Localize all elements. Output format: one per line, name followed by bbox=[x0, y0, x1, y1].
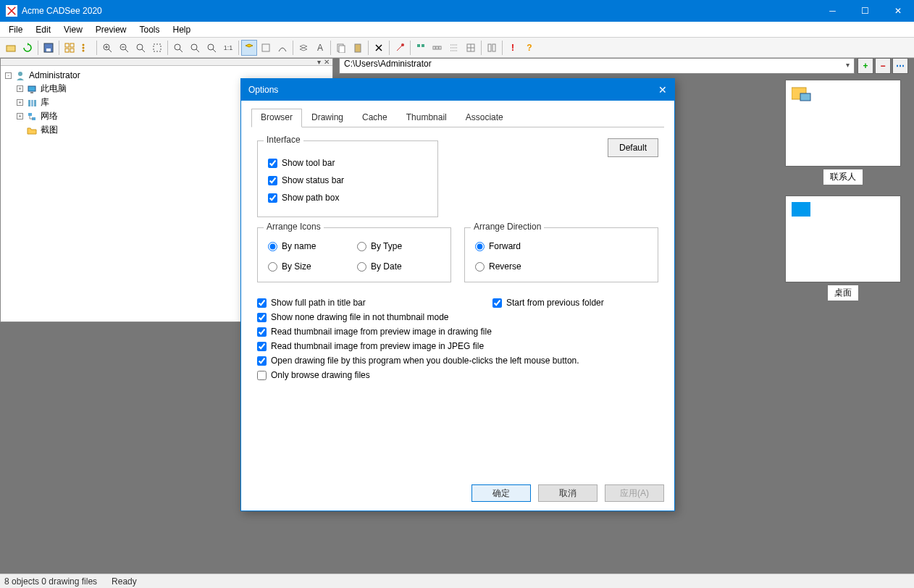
tb-layer2-icon[interactable] bbox=[295, 40, 311, 56]
chk-show-pathbox[interactable]: Show path box bbox=[268, 189, 427, 206]
options-dialog: Options ✕ Browser Drawing Cache Thumbnai… bbox=[240, 78, 675, 511]
thumb-item[interactable]: 联系人 bbox=[785, 80, 901, 185]
dialog-titlebar: Options ✕ bbox=[241, 79, 674, 101]
svg-rect-19 bbox=[154, 44, 161, 51]
svg-rect-5 bbox=[65, 49, 69, 52]
chk-show-statusbar[interactable]: Show status bar bbox=[268, 172, 427, 189]
tab-drawing[interactable]: Drawing bbox=[302, 109, 353, 127]
tb-zoomin-icon[interactable] bbox=[99, 40, 115, 56]
status-ready: Ready bbox=[112, 576, 137, 587]
path-remove-button[interactable]: − bbox=[875, 58, 891, 74]
chk-show-toolbar[interactable]: Show tool bar bbox=[268, 154, 427, 172]
svg-rect-2 bbox=[46, 49, 51, 51]
tab-browser[interactable]: Browser bbox=[251, 109, 302, 127]
expand-icon[interactable]: - bbox=[5, 72, 12, 79]
tb-grid5-icon[interactable] bbox=[484, 40, 500, 56]
svg-point-7 bbox=[83, 43, 85, 46]
tb-zoomfit-icon[interactable] bbox=[204, 40, 219, 56]
rad-by-size[interactable]: By Size bbox=[268, 261, 351, 272]
thumb-item[interactable]: 桌面 bbox=[785, 196, 901, 301]
pathbar: C:\Users\Administrator + − ⋯ bbox=[339, 58, 908, 74]
rad-by-name[interactable]: By name bbox=[268, 241, 351, 251]
tb-zoom-icon[interactable] bbox=[133, 40, 148, 56]
tb-zoomwin-icon[interactable] bbox=[149, 40, 165, 56]
tb-open-icon[interactable] bbox=[3, 40, 19, 56]
menu-view[interactable]: View bbox=[58, 23, 88, 36]
path-add-button[interactable]: + bbox=[858, 58, 873, 74]
chk-only-browse[interactable]: Only browse drawing files bbox=[257, 368, 658, 382]
tb-refresh-icon[interactable] bbox=[20, 40, 35, 56]
tb-list-icon[interactable] bbox=[78, 40, 94, 56]
menu-file[interactable]: File bbox=[3, 23, 28, 36]
chk-read-thumb-dwg[interactable]: Read thumbnail image from preview image … bbox=[257, 324, 658, 339]
dialog-tabs: Browser Drawing Cache Thumbnail Associat… bbox=[251, 108, 664, 127]
tb-thumbs-icon[interactable] bbox=[62, 40, 77, 56]
tb-layouts-icon[interactable] bbox=[258, 40, 274, 56]
svg-rect-35 bbox=[422, 44, 424, 47]
svg-point-33 bbox=[401, 43, 404, 46]
menu-edit[interactable]: Edit bbox=[30, 23, 56, 36]
minimize-button[interactable]: ─ bbox=[816, 0, 849, 22]
tab-associate[interactable]: Associate bbox=[456, 109, 513, 127]
tb-layers-icon[interactable] bbox=[241, 40, 257, 56]
panel-pin-icon[interactable]: ▾ bbox=[317, 58, 321, 66]
chk-none-drawing[interactable]: Show none drawing file in not thumbnail … bbox=[257, 310, 658, 324]
path-input[interactable]: C:\Users\Administrator bbox=[339, 58, 855, 74]
svg-rect-51 bbox=[31, 100, 33, 106]
svg-rect-49 bbox=[30, 92, 33, 93]
thumb-label: 桌面 bbox=[828, 285, 858, 301]
tb-copy-icon[interactable] bbox=[333, 40, 349, 56]
rad-forward[interactable]: Forward bbox=[475, 241, 647, 251]
arrange-icons-legend: Arrange Icons bbox=[264, 222, 324, 232]
chk-full-path[interactable]: Show full path in title bar bbox=[257, 295, 492, 310]
rad-by-type[interactable]: By Type bbox=[357, 241, 440, 251]
tab-thumbnail[interactable]: Thumbnail bbox=[397, 109, 456, 127]
status-objects: 8 objects 0 drawing files bbox=[4, 576, 97, 587]
svg-point-22 bbox=[191, 44, 197, 50]
tb-delete-icon[interactable] bbox=[371, 40, 387, 56]
svg-line-25 bbox=[213, 49, 216, 52]
apply-button[interactable]: 应用(A) bbox=[605, 484, 664, 502]
tb-grid3-icon[interactable] bbox=[446, 40, 462, 56]
menu-tools[interactable]: Tools bbox=[134, 23, 166, 36]
svg-rect-50 bbox=[28, 100, 30, 106]
tb-grid4-icon[interactable] bbox=[463, 40, 479, 56]
tb-save-icon[interactable] bbox=[41, 40, 56, 56]
tb-paste-icon[interactable] bbox=[350, 40, 366, 56]
panel-close-icon[interactable]: ✕ bbox=[324, 58, 330, 66]
dialog-close-button[interactable]: ✕ bbox=[658, 84, 667, 96]
chk-open-dbl[interactable]: Open drawing file by this program when y… bbox=[257, 353, 658, 368]
tb-grid1-icon[interactable] bbox=[413, 40, 429, 56]
chk-read-thumb-jpg[interactable]: Read thumbnail image from preview image … bbox=[257, 339, 658, 353]
app-title: Acme CADSee 2020 bbox=[22, 6, 102, 16]
tree-item-label: 截图 bbox=[41, 124, 58, 136]
svg-rect-45 bbox=[488, 44, 491, 51]
tb-curve-icon[interactable] bbox=[274, 40, 290, 56]
chk-start-prev[interactable]: Start from previous folder bbox=[492, 295, 604, 310]
menu-preview[interactable]: Preview bbox=[90, 23, 133, 36]
tb-alert-icon[interactable]: ! bbox=[505, 40, 521, 56]
tb-zoom11-icon[interactable]: 1:1 bbox=[220, 40, 236, 56]
tb-zoomout-icon[interactable] bbox=[116, 40, 132, 56]
tb-props-icon[interactable] bbox=[392, 40, 408, 56]
close-button[interactable]: ✕ bbox=[881, 0, 914, 22]
cancel-button[interactable]: 取消 bbox=[538, 484, 598, 502]
tree-item-label: 此电脑 bbox=[41, 83, 67, 95]
ok-button[interactable]: 确定 bbox=[471, 484, 531, 502]
svg-text:A: A bbox=[317, 43, 323, 53]
thumb-label: 联系人 bbox=[823, 169, 863, 185]
menu-help[interactable]: Help bbox=[167, 23, 197, 36]
expand-icon[interactable]: + bbox=[17, 85, 23, 92]
path-more-button[interactable]: ⋯ bbox=[892, 58, 908, 74]
expand-icon[interactable]: + bbox=[17, 113, 23, 119]
tb-text-icon[interactable]: A bbox=[312, 40, 328, 56]
tb-help-icon[interactable]: ? bbox=[521, 40, 537, 56]
tab-cache[interactable]: Cache bbox=[353, 109, 397, 127]
maximize-button[interactable]: ☐ bbox=[849, 0, 881, 22]
rad-by-date[interactable]: By Date bbox=[357, 261, 440, 272]
expand-icon[interactable]: + bbox=[17, 99, 23, 106]
tb-zoomext-icon[interactable] bbox=[170, 40, 186, 56]
tb-grid2-icon[interactable] bbox=[429, 40, 445, 56]
rad-reverse[interactable]: Reverse bbox=[475, 261, 647, 272]
tb-zoomall-icon[interactable] bbox=[187, 40, 203, 56]
